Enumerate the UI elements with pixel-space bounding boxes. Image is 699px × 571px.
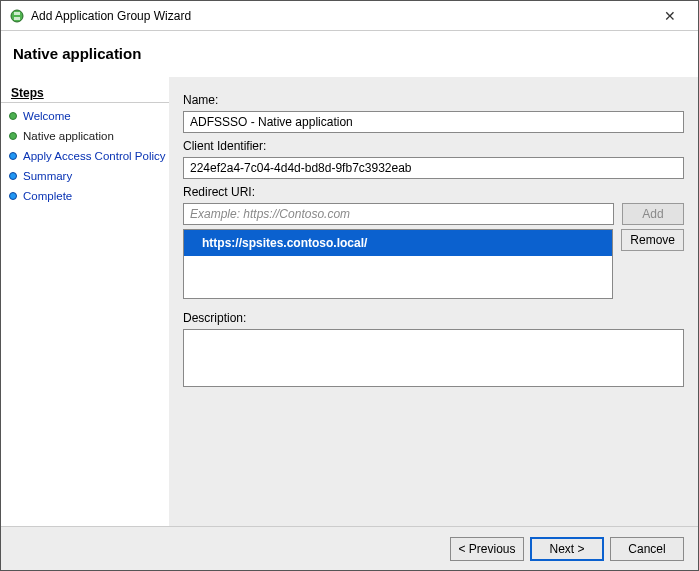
step-label: Complete: [23, 190, 72, 202]
bullet-icon: [9, 172, 17, 180]
step-summary[interactable]: Summary: [1, 166, 169, 186]
close-button[interactable]: ✕: [650, 2, 690, 30]
window-title: Add Application Group Wizard: [31, 9, 650, 23]
name-input[interactable]: [183, 111, 684, 133]
bullet-icon: [9, 132, 17, 140]
svg-point-0: [11, 10, 23, 22]
step-label: Welcome: [23, 110, 71, 122]
step-label: Native application: [23, 130, 114, 142]
add-button[interactable]: Add: [622, 203, 684, 225]
step-native-application[interactable]: Native application: [1, 126, 169, 146]
description-input[interactable]: [183, 329, 684, 387]
step-label: Summary: [23, 170, 72, 182]
steps-header: Steps: [1, 83, 169, 103]
description-label: Description:: [183, 311, 684, 325]
app-icon: [9, 8, 25, 24]
main-area: Steps Welcome Native application Apply A…: [1, 77, 698, 526]
client-id-label: Client Identifier:: [183, 139, 684, 153]
cancel-button[interactable]: Cancel: [610, 537, 684, 561]
name-label: Name:: [183, 93, 684, 107]
titlebar: Add Application Group Wizard ✕: [1, 1, 698, 31]
wizard-footer: < Previous Next > Cancel: [1, 526, 698, 570]
step-welcome[interactable]: Welcome: [1, 106, 169, 126]
remove-button[interactable]: Remove: [621, 229, 684, 251]
bullet-icon: [9, 192, 17, 200]
redirect-uri-list[interactable]: https://spsites.contoso.local/: [183, 229, 613, 299]
previous-button[interactable]: < Previous: [450, 537, 524, 561]
list-item[interactable]: https://spsites.contoso.local/: [184, 230, 612, 256]
close-icon: ✕: [664, 8, 676, 24]
step-apply-access-control-policy[interactable]: Apply Access Control Policy: [1, 146, 169, 166]
step-complete[interactable]: Complete: [1, 186, 169, 206]
bullet-icon: [9, 112, 17, 120]
redirect-uri-label: Redirect URI:: [183, 185, 684, 199]
form-panel: Name: Client Identifier: Redirect URI: A…: [169, 77, 698, 526]
bullet-icon: [9, 152, 17, 160]
next-button[interactable]: Next >: [530, 537, 604, 561]
page-heading: Native application: [1, 31, 698, 77]
steps-sidebar: Steps Welcome Native application Apply A…: [1, 77, 169, 526]
client-id-input[interactable]: [183, 157, 684, 179]
step-label: Apply Access Control Policy: [23, 150, 166, 162]
redirect-uri-input[interactable]: [183, 203, 614, 225]
